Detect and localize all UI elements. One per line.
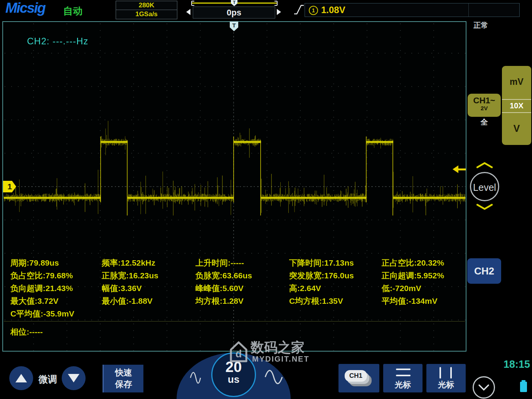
down-triangle-icon xyxy=(68,374,79,382)
measurement-column: 上升时间:-----负脉宽:63.66us峰峰值:5.60V均方根:1.28V xyxy=(195,256,252,307)
measurement-item: 正脉宽:16.23us xyxy=(102,269,158,282)
battery-body xyxy=(520,382,527,392)
trigger-slope-icon[interactable] xyxy=(294,4,304,15)
chevron-down-icon xyxy=(474,377,494,397)
sine-large-icon[interactable] xyxy=(264,367,284,387)
measurement-item: 负脉宽:63.66us xyxy=(195,269,252,282)
quick-save-line1: 快速 xyxy=(104,367,143,379)
vertical-cursor-button[interactable]: 光标 xyxy=(426,364,466,392)
collapse-menu-button[interactable] xyxy=(473,376,495,399)
quick-save-line2: 保存 xyxy=(104,379,143,390)
fine-tune-label: 微调 xyxy=(39,373,57,386)
trigger-level-value: 1.08V xyxy=(321,5,345,15)
measurement-item: 低:-720mV xyxy=(382,282,444,295)
measurement-item: C均方根:1.35V xyxy=(289,295,354,307)
trigger-level-knob[interactable]: Level xyxy=(470,172,499,201)
measurement-item: 正占空比:20.32% xyxy=(382,256,444,269)
measurement-item: 上升时间:----- xyxy=(195,256,252,269)
hpos-left-arrow[interactable] xyxy=(186,9,190,15)
hcursor-line-icon xyxy=(396,369,411,370)
vcursor-line-icon xyxy=(439,367,441,379)
sample-rate: 1GSa/s xyxy=(116,10,177,19)
measurement-item: 频率:12.52kHz xyxy=(102,256,158,269)
measurement-item: 负向超调:21.43% xyxy=(10,282,74,295)
measurement-item: 突发脉宽:176.0us xyxy=(289,269,354,282)
scale-unit-mv[interactable]: mV xyxy=(502,77,531,87)
house-logo-icon: d xyxy=(228,340,249,364)
measurement-separator xyxy=(4,321,465,322)
measurement-item: 平均值:-134mV xyxy=(382,295,444,307)
acquisition-info-box[interactable]: 280K 1GSa/s xyxy=(116,1,177,19)
measurement-item: 高:2.64V xyxy=(289,282,354,295)
measurement-item: C平均值:-35.9mV xyxy=(10,307,74,320)
sine-small-icon[interactable] xyxy=(189,369,202,386)
measurement-column: 正占空比:20.32%正向超调:5.952%低:-720mV平均值:-134mV xyxy=(382,256,444,307)
probe-attenuation[interactable]: 10X xyxy=(502,101,531,110)
trigger-mode-status: 正常 xyxy=(473,20,488,30)
ch1-scale: 2V xyxy=(468,105,501,111)
watermark-title: 数码之家 xyxy=(251,338,305,357)
fine-tune-down-button[interactable] xyxy=(62,366,86,390)
measurement-item: 峰峰值:5.60V xyxy=(195,282,252,295)
divider xyxy=(468,3,469,17)
stack-card-label: CH1 xyxy=(345,370,367,382)
oscilloscope-ui: Micsig 自动 280K 1GSa/s T 0ps 1 1.08V CH2:… xyxy=(0,0,532,399)
trigger-source-icon: 1 xyxy=(309,6,318,15)
ch1-channel-button[interactable]: CH1~ 2V xyxy=(468,94,501,117)
quick-save-button[interactable]: 快速 保存 xyxy=(103,365,143,392)
watermark-subtitle: MYDIGIT.NET xyxy=(252,355,310,364)
divider xyxy=(502,112,531,113)
trigger-status-box[interactable]: 1 1.08V xyxy=(305,3,520,17)
horizontal-cursor-button[interactable]: 光标 xyxy=(383,364,423,392)
phase-readout: 相位:----- xyxy=(10,327,43,337)
measurement-item: 幅值:3.36V xyxy=(102,282,158,295)
channel-stack-icon: CH1 xyxy=(345,370,375,388)
ch1-bandwidth-label: 全 xyxy=(477,117,491,127)
memory-depth: 280K xyxy=(116,1,177,10)
timebase-unit: us xyxy=(212,374,255,384)
measurement-grid: 周期:79.89us负占空比:79.68%负向超调:21.43%最大值:3.72… xyxy=(3,22,466,351)
measurement-item: 最小值:-1.88V xyxy=(102,295,158,307)
clock-readout: 18:15 xyxy=(503,359,530,370)
acquisition-mode-label[interactable]: 自动 xyxy=(63,5,82,17)
measurement-column: 下降时间:17.13ns突发脉宽:176.0us高:2.64VC均方根:1.35… xyxy=(289,256,354,307)
svg-text:d: d xyxy=(236,348,242,360)
measurement-item: 最大值:3.72V xyxy=(10,295,74,307)
ch1-select-button[interactable]: CH1 xyxy=(338,364,379,392)
waveform-display[interactable]: CH2: ---.---Hz T 1 周期:79.89us负占空比:79.68%… xyxy=(2,21,466,352)
up-triangle-icon xyxy=(15,374,27,382)
level-down-icon[interactable] xyxy=(476,204,493,210)
vcursor-line-icon xyxy=(450,367,452,379)
vcursor-label: 光标 xyxy=(426,379,466,390)
divider xyxy=(502,99,531,100)
hpos-value[interactable]: 0ps xyxy=(193,7,275,19)
measurement-item: 周期:79.89us xyxy=(10,256,74,269)
scale-unit-v[interactable]: V xyxy=(502,123,531,134)
vertical-scale-panel[interactable]: mV 10X V xyxy=(502,66,531,145)
measurement-column: 频率:12.52kHz正脉宽:16.23us幅值:3.36V最小值:-1.88V xyxy=(102,256,158,307)
hcursor-line-icon xyxy=(396,375,411,376)
measurement-item: 负占空比:79.68% xyxy=(10,269,74,282)
measurement-item: 正向超调:5.952% xyxy=(382,269,444,282)
measurement-item: 均方根:1.28V xyxy=(195,295,252,307)
measurement-column: 周期:79.89us负占空比:79.68%负向超调:21.43%最大值:3.72… xyxy=(10,256,74,320)
ch2-channel-button[interactable]: CH2 xyxy=(467,258,501,284)
level-up-icon[interactable] xyxy=(476,162,493,168)
fine-tune-up-button[interactable] xyxy=(9,366,33,390)
micsig-logo: Micsig xyxy=(5,0,45,16)
hpos-right-arrow[interactable] xyxy=(277,9,281,15)
measurement-item: 下降时间:17.13ns xyxy=(289,256,354,269)
hcursor-label: 光标 xyxy=(383,379,423,390)
ch1-label: CH1~ xyxy=(468,96,501,105)
battery-icon xyxy=(520,380,527,392)
